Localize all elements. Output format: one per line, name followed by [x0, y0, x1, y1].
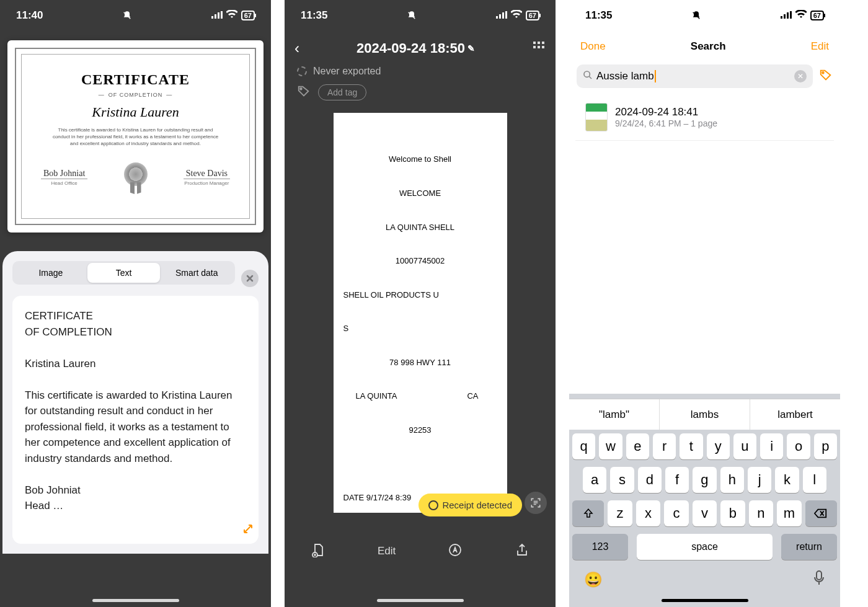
key-v[interactable]: v [693, 500, 717, 526]
status-bar: 11:35 67 [569, 0, 840, 31]
share-button[interactable] [515, 543, 529, 560]
ocr-panel: Image Text Smart data CERTIFICATE OF COM… [2, 251, 268, 554]
home-indicator[interactable] [377, 599, 464, 602]
key-s[interactable]: s [610, 467, 634, 493]
key-o[interactable]: o [787, 433, 810, 459]
key-x[interactable]: x [636, 500, 660, 526]
nav-header: Done Search Edit [569, 31, 840, 62]
status-time: 11:35 [585, 9, 612, 22]
key-u[interactable]: u [733, 433, 756, 459]
tab-text[interactable]: Text [87, 263, 161, 283]
tag-filter-button[interactable] [819, 68, 833, 85]
key-m[interactable]: m [777, 500, 801, 526]
silent-icon [122, 11, 132, 20]
kb-row2: a s d f g h j k l [569, 463, 840, 497]
key-w[interactable]: w [599, 433, 622, 459]
key-e[interactable]: e [626, 433, 649, 459]
key-g[interactable]: g [693, 467, 716, 493]
svg-rect-12 [538, 46, 540, 48]
tag-icon [297, 84, 311, 100]
result-subtitle: 9/24/24, 6:41 PM – 1 page [615, 118, 717, 128]
home-indicator[interactable] [662, 599, 748, 602]
cellular-icon [211, 9, 223, 22]
resize-icon[interactable] [242, 523, 254, 539]
key-p[interactable]: p [814, 433, 837, 459]
svg-rect-6 [502, 12, 504, 19]
text-select-button[interactable] [525, 492, 547, 514]
back-button[interactable]: ‹ [294, 40, 299, 57]
annotate-button[interactable] [448, 543, 463, 560]
search-field[interactable]: Aussie lamb ✕ [577, 64, 813, 88]
key-z[interactable]: z [608, 500, 632, 526]
key-backspace[interactable] [805, 500, 837, 526]
key-i[interactable]: i [760, 433, 783, 459]
suggestion-2[interactable]: lambs [660, 399, 750, 430]
svg-rect-17 [781, 16, 782, 19]
svg-rect-23 [817, 571, 822, 580]
screen-certificate-ocr: 11:40 67 CERTIFICATE OF COMPLETION Krist… [0, 0, 271, 607]
svg-rect-0 [211, 16, 213, 19]
search-result-item[interactable]: 2024-09-24 18:41 9/24/24, 6:41 PM – 1 pa… [575, 94, 834, 141]
document-title[interactable]: 2024-09-24 18:50 ✎ [299, 40, 532, 56]
suggestion-1[interactable]: "lamb" [569, 399, 660, 430]
document-preview[interactable]: CERTIFICATE OF COMPLETION Kristina Laure… [7, 40, 264, 233]
key-k[interactable]: k [775, 467, 799, 493]
key-n[interactable]: n [749, 500, 773, 526]
done-button[interactable]: Done [580, 40, 606, 53]
suggestion-3[interactable]: lambert [750, 399, 840, 430]
key-q[interactable]: q [572, 433, 595, 459]
key-a[interactable]: a [583, 467, 606, 493]
status-circle-icon [297, 66, 307, 76]
key-numbers[interactable]: 123 [572, 534, 628, 560]
keyboard-suggestions: "lamb" lambs lambert [569, 399, 840, 430]
key-space[interactable]: space [637, 534, 773, 560]
bottom-toolbar: Edit [285, 533, 556, 570]
kb-row4: 123 space return [569, 530, 840, 564]
add-page-button[interactable] [311, 543, 326, 560]
battery-indicator: 67 [526, 11, 539, 20]
receipt-image[interactable]: Welcome to Shell WELCOME LA QUINTA SHELL… [334, 113, 507, 513]
close-button[interactable] [241, 270, 259, 287]
key-r[interactable]: r [653, 433, 676, 459]
key-t[interactable]: t [680, 433, 702, 459]
screen-receipt-detail: 11:35 67 ‹ 2024-09-24 18:50 ✎ Never expo… [285, 0, 556, 607]
key-y[interactable]: y [707, 433, 730, 459]
tab-image[interactable]: Image [14, 263, 87, 283]
key-b[interactable]: b [720, 500, 745, 526]
cert-title: CERTIFICATE [35, 71, 236, 88]
clear-search-button[interactable]: ✕ [794, 70, 807, 82]
svg-rect-18 [784, 14, 786, 19]
receipt-detected-badge[interactable]: Receipt detected [418, 494, 522, 516]
battery-indicator: 67 [810, 11, 824, 20]
home-indicator[interactable] [92, 599, 179, 602]
thumbnails-button[interactable] [532, 40, 546, 57]
ocr-text-card[interactable]: CERTIFICATE OF COMPLETION Kristina Laure… [12, 296, 259, 544]
tab-smart-data[interactable]: Smart data [160, 263, 233, 283]
key-f[interactable]: f [665, 467, 689, 493]
edit-title-icon[interactable]: ✎ [467, 43, 475, 53]
key-l[interactable]: l [803, 467, 826, 493]
cellular-icon [496, 9, 507, 22]
svg-rect-4 [496, 16, 498, 19]
key-h[interactable]: h [720, 467, 744, 493]
key-d[interactable]: d [638, 467, 662, 493]
page-title: Search [691, 40, 726, 53]
kb-row3: z x c v b n m [569, 497, 840, 530]
silent-icon [691, 11, 701, 20]
key-j[interactable]: j [748, 467, 771, 493]
svg-rect-19 [787, 12, 789, 19]
search-input[interactable]: Aussie lamb [596, 70, 656, 83]
edit-button[interactable]: Edit [378, 545, 396, 557]
wifi-icon [226, 9, 237, 22]
add-tag-button[interactable]: Add tag [318, 84, 366, 100]
key-return[interactable]: return [781, 534, 837, 560]
key-shift[interactable] [572, 500, 604, 526]
svg-rect-13 [542, 46, 544, 48]
dictation-button[interactable] [813, 570, 825, 590]
key-c[interactable]: c [664, 500, 688, 526]
svg-rect-2 [218, 12, 219, 19]
svg-point-22 [822, 71, 824, 73]
edit-button[interactable]: Edit [811, 40, 829, 53]
svg-rect-1 [215, 14, 216, 19]
emoji-button[interactable]: 😀 [584, 571, 603, 588]
